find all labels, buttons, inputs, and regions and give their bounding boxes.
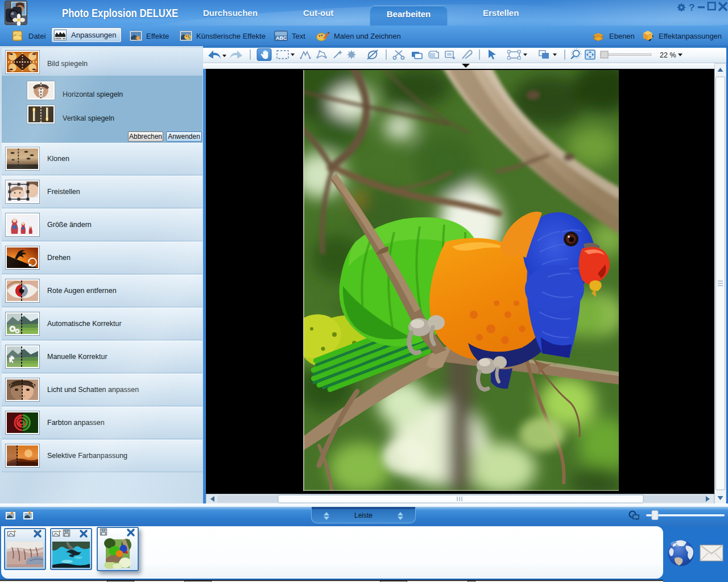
svg-text:?: ? [689, 2, 694, 13]
svg-text:22 %: 22 % [660, 51, 676, 59]
svg-text:ABC: ABC [276, 35, 287, 41]
